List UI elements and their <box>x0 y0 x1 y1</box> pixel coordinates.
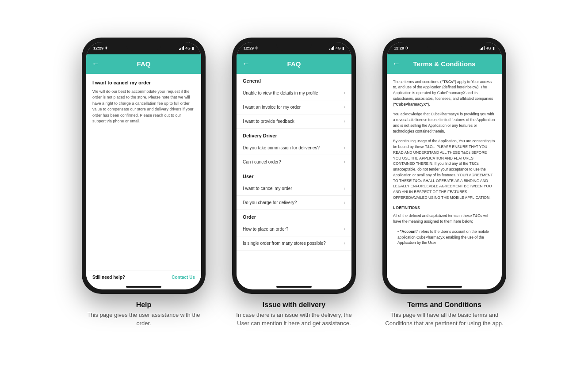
caption-terms: Terms and Conditions This page will have… <box>382 301 506 328</box>
faq-question-title: I want to cancel my order <box>92 80 195 85</box>
network-help: 4G <box>185 46 191 50</box>
signal-bar-t4 <box>484 46 485 50</box>
home-indicator-help <box>126 286 161 288</box>
caption-desc-help: This page gives the user assistance with… <box>82 311 206 328</box>
header-delivery: ← FAQ <box>237 54 351 74</box>
category-order: Order <box>237 210 351 222</box>
faq-item-invoice[interactable]: I want an invoice for my order › <box>237 100 351 114</box>
phone-section-terms: 12:29 ✈ 4G ▮ ← Terms <box>378 38 511 328</box>
battery-delivery: ▮ <box>342 46 344 50</box>
faq-item-cancel-driver[interactable]: Can i cancel order? › <box>237 155 351 169</box>
faq-item-place-order[interactable]: How to place an order? › <box>237 222 351 236</box>
faq-item-commission[interactable]: Do you take commission for deliveries? › <box>237 141 351 155</box>
back-button-help[interactable]: ← <box>92 59 99 68</box>
back-button-terms[interactable]: ← <box>392 59 400 68</box>
terms-bullet-account: • "Account" refers to the User's account… <box>393 229 496 246</box>
faq-detail: I want to cancel my order We will do our… <box>86 74 201 284</box>
time-delivery: 12:29 ✈ <box>244 46 259 50</box>
faq-item-text-profile: Unable to view the details in my profile <box>243 91 341 95</box>
faq-item-feedback[interactable]: I want to provide feedback › <box>237 114 351 129</box>
terms-section-intro: All of the defined and capitalized terms… <box>393 213 496 224</box>
status-bar-terms: 12:29 ✈ 4G ▮ <box>387 42 502 54</box>
phone-frame-delivery: 12:29 ✈ 4G ▮ ← FAQ <box>232 38 356 294</box>
faq-item-text-invoice: I want an invoice for my order <box>243 105 341 110</box>
chevron-cancel-order: › <box>344 186 345 191</box>
header-title-terms: Terms & Conditions <box>413 60 475 68</box>
faq-item-text-place-order: How to place an order? <box>243 227 341 232</box>
status-right-terms: 4G ▮ <box>480 46 495 50</box>
network-terms: 4G <box>486 46 491 50</box>
faq-answer: We will do our best to accommodate your … <box>92 89 195 125</box>
time-terms: 12:29 ✈ <box>394 46 409 50</box>
chevron-feedback: › <box>344 119 345 124</box>
still-need-help-bar: Still need help? Contact Us <box>86 270 201 284</box>
signal-bar-t2 <box>481 48 482 50</box>
status-bar-help: 12:29 ✈ 4G ▮ <box>86 42 201 54</box>
status-right-delivery: 4G ▮ <box>329 46 344 50</box>
caption-title-terms: Terms and Conditions <box>382 301 506 309</box>
faq-item-text-charge: Do you charge for delivery? <box>243 200 341 205</box>
caption-desc-delivery: In case there is an issue with the deliv… <box>232 311 356 328</box>
phone-inner-help: 12:29 ✈ 4G ▮ ← FAQ <box>86 42 201 289</box>
phone-section-help: 12:29 ✈ 4G ▮ ← FAQ <box>77 38 210 328</box>
signal-bar-d3 <box>332 47 333 50</box>
signal-bar-t3 <box>482 47 483 50</box>
category-delivery-driver: Delivery Driver <box>237 129 351 141</box>
home-indicator-terms <box>427 286 462 288</box>
chevron-charge: › <box>344 200 345 205</box>
home-indicator-delivery <box>276 286 312 288</box>
content-terms: These terms and conditions ("T&Cs") appl… <box>387 74 502 284</box>
caption-title-help: Help <box>82 301 206 309</box>
terms-content: These terms and conditions ("T&Cs") appl… <box>387 74 502 284</box>
faq-item-cancel-order[interactable]: I want to cancel my order › <box>237 182 351 196</box>
signal-bar-t1 <box>480 49 481 50</box>
terms-para-2: You acknowledge that CubePharmacyX is pr… <box>393 111 496 134</box>
faq-item-text-cancel-driver: Can i cancel order? <box>243 160 341 164</box>
phone-frame-help: 12:29 ✈ 4G ▮ ← FAQ <box>82 38 206 294</box>
faq-item-multi-store[interactable]: Is single order from many stores possibl… <box>237 236 351 251</box>
battery-terms: ▮ <box>493 46 495 50</box>
phone-inner-terms: 12:29 ✈ 4G ▮ ← Terms <box>387 42 502 289</box>
chevron-profile: › <box>344 91 345 95</box>
content-delivery: General Unable to view the details in my… <box>237 74 351 284</box>
header-help: ← FAQ <box>86 54 201 74</box>
caption-delivery: Issue with delivery In case there is an … <box>232 301 356 328</box>
back-button-delivery[interactable]: ← <box>242 59 250 68</box>
signal-bar-d4 <box>333 46 334 50</box>
notch-help <box>126 42 161 51</box>
contact-us-link[interactable]: Contact Us <box>172 275 195 280</box>
signal-bars-delivery <box>329 46 334 50</box>
faq-item-text-commission: Do you take commission for deliveries? <box>243 145 341 150</box>
phone-section-delivery: 12:29 ✈ 4G ▮ ← FAQ <box>228 38 360 328</box>
faq-item-text-feedback: I want to provide feedback <box>243 119 341 124</box>
phone-inner-delivery: 12:29 ✈ 4G ▮ ← FAQ <box>237 42 351 289</box>
signal-bar-2 <box>180 48 181 50</box>
chevron-multi-store: › <box>344 241 345 246</box>
signal-bar-d2 <box>331 48 332 50</box>
header-terms: ← Terms & Conditions <box>387 54 502 74</box>
faq-item-charge[interactable]: Do you charge for delivery? › <box>237 196 351 210</box>
faq-item-text-multi-store: Is single order from many stores possibl… <box>243 241 341 246</box>
faq-item-profile[interactable]: Unable to view the details in my profile… <box>237 86 351 100</box>
still-help-text: Still need help? <box>92 275 125 280</box>
chevron-invoice: › <box>344 105 345 110</box>
chevron-cancel-driver: › <box>344 160 345 164</box>
caption-title-delivery: Issue with delivery <box>232 301 356 309</box>
signal-bar-4 <box>183 46 184 50</box>
header-title-delivery: FAQ <box>287 60 301 68</box>
showcase-container: 12:29 ✈ 4G ▮ ← FAQ <box>77 38 511 328</box>
network-delivery: 4G <box>336 46 341 50</box>
header-title-help: FAQ <box>137 60 151 68</box>
content-help: I want to cancel my order We will do our… <box>86 74 201 284</box>
caption-help: Help This page gives the user assistance… <box>82 301 206 328</box>
status-bar-delivery: 12:29 ✈ 4G ▮ <box>237 42 351 54</box>
notch-delivery <box>276 42 312 51</box>
status-right-help: 4G ▮ <box>179 46 194 50</box>
phone-frame-terms: 12:29 ✈ 4G ▮ ← Terms <box>382 38 506 294</box>
time-help: 12:29 ✈ <box>93 46 108 50</box>
terms-para-3: By continuing usage of the Application, … <box>393 138 496 200</box>
chevron-commission: › <box>344 145 345 150</box>
terms-section-title: I. DEFINITIONS <box>393 205 496 211</box>
signal-bar-d1 <box>329 49 330 50</box>
category-user: User <box>237 169 351 182</box>
